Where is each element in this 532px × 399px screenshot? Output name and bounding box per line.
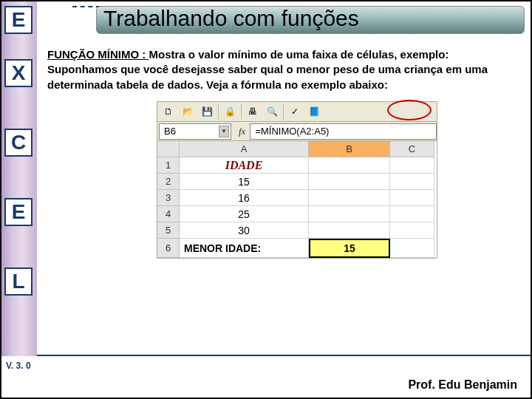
formula-bar-row: B6 ▼ fx =MÍNIMO(A2:A5): [157, 122, 437, 141]
sidebar-letter-c: C: [4, 129, 33, 157]
table-row: 316: [157, 190, 437, 206]
spell-icon[interactable]: ✓: [287, 103, 303, 120]
row-head[interactable]: 5: [157, 222, 180, 239]
body-text: FUNÇÃO MÍNIMO : Mostra o valor mínimo de…: [47, 47, 520, 92]
column-headers: A B C: [157, 141, 437, 157]
cell-b[interactable]: [309, 206, 390, 222]
row-head[interactable]: 4: [157, 206, 180, 222]
col-head-c[interactable]: C: [390, 141, 434, 157]
name-box[interactable]: B6 ▼: [159, 123, 231, 140]
formula-input[interactable]: =MÍNIMO(A2:A5): [250, 123, 437, 140]
sidebar-letter-e1: E: [4, 6, 33, 34]
permission-icon[interactable]: 🔒: [222, 103, 238, 120]
slide: E X C E L Trabalhando com funções FUNÇÃO…: [0, 0, 532, 399]
title-area: Trabalhando com funções: [37, 1, 531, 40]
row-head[interactable]: 2: [157, 174, 180, 190]
select-all-corner[interactable]: [157, 141, 180, 157]
cell-c[interactable]: [390, 174, 434, 190]
cell-c[interactable]: [390, 190, 434, 206]
excel-toolbar: 🗋📂💾🔒🖶🔍✓📘: [157, 101, 437, 122]
cell-c[interactable]: [390, 222, 434, 239]
cell-a[interactable]: IDADE: [180, 157, 309, 174]
version-label: V. 3. 0: [6, 361, 31, 371]
red-circle-highlight: [387, 100, 432, 120]
open-icon[interactable]: 📂: [180, 103, 196, 120]
spreadsheet-grid: A B C 1IDADE215316425530 6 MENOR IDADE: …: [157, 141, 437, 259]
preview-icon[interactable]: 🔍: [264, 103, 280, 120]
col-head-b[interactable]: B: [309, 141, 390, 157]
col-head-a[interactable]: A: [180, 141, 309, 157]
new-doc-icon[interactable]: 🗋: [160, 103, 177, 120]
toolbar-separator: [283, 104, 284, 119]
cell-b6-selected[interactable]: 15: [309, 239, 390, 258]
cell-a[interactable]: 30: [180, 222, 309, 239]
sidebar-letter-l: L: [4, 267, 33, 296]
footer-author: Prof. Edu Benjamin: [408, 378, 517, 392]
table-row: 530: [157, 222, 437, 239]
cell-c[interactable]: [390, 206, 434, 222]
cell-c6[interactable]: [390, 239, 434, 258]
func-label: FUNÇÃO MÍNIMO :: [47, 48, 149, 61]
page-title: Trabalhando com funções: [103, 6, 359, 31]
row-head[interactable]: 1: [157, 157, 180, 174]
cell-b[interactable]: [309, 157, 390, 174]
row-head[interactable]: 3: [157, 190, 180, 206]
fx-button[interactable]: fx: [239, 126, 245, 137]
cell-b[interactable]: [309, 222, 390, 239]
excel-screenshot: 🗋📂💾🔒🖶🔍✓📘 B6 ▼ fx =MÍNIMO(A2:A5) A B C 1I…: [157, 101, 437, 259]
sidebar-letter-x: X: [4, 59, 33, 87]
cell-c[interactable]: [390, 157, 434, 174]
table-row: 215: [157, 174, 437, 190]
cell-b[interactable]: [309, 174, 390, 190]
cell-a[interactable]: 15: [180, 174, 309, 190]
formula-text: =MÍNIMO(A2:A5): [255, 126, 329, 137]
row-6: 6 MENOR IDADE: 15: [157, 239, 437, 258]
sidebar: E X C E L: [1, 1, 37, 356]
cell-a[interactable]: 25: [180, 206, 309, 222]
name-box-value: B6: [164, 126, 176, 137]
research-icon[interactable]: 📘: [306, 103, 322, 120]
toolbar-separator: [218, 104, 219, 119]
table-row: 425: [157, 206, 437, 222]
cell-a6[interactable]: MENOR IDADE:: [180, 239, 309, 258]
cell-b[interactable]: [309, 190, 390, 206]
divider-line: [37, 355, 531, 356]
row-head-6[interactable]: 6: [157, 239, 180, 258]
save-icon[interactable]: 💾: [199, 103, 215, 120]
cell-a[interactable]: 16: [180, 190, 309, 206]
print-icon[interactable]: 🖶: [245, 103, 261, 120]
sidebar-letter-e2: E: [4, 198, 33, 226]
table-row: 1IDADE: [157, 157, 437, 174]
chevron-down-icon[interactable]: ▼: [219, 126, 229, 137]
toolbar-separator: [241, 104, 242, 119]
